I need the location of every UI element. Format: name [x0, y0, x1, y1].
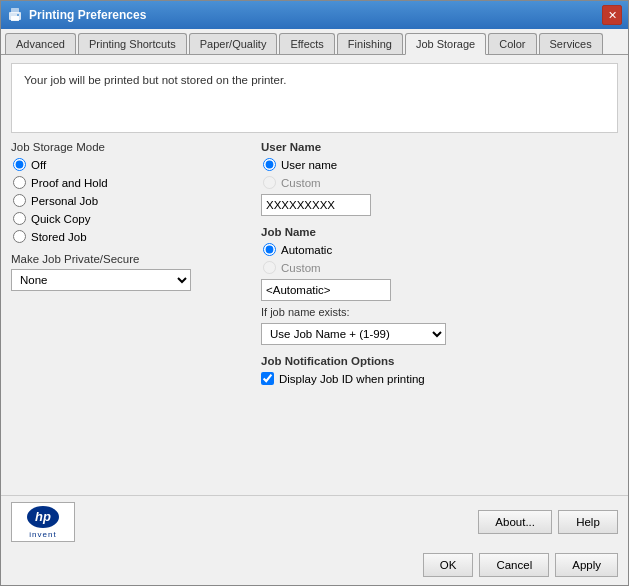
tab-color[interactable]: Color: [488, 33, 536, 54]
user-name-title: User Name: [261, 141, 618, 153]
user-name-section: User Name User name Custom: [261, 141, 618, 216]
radio-automatic-label: Automatic: [281, 244, 332, 256]
job-storage-mode-options: Off Proof and Hold Personal Job Qui: [13, 158, 251, 243]
about-button[interactable]: About...: [478, 510, 552, 534]
info-box: Your job will be printed but not stored …: [11, 63, 618, 133]
footer-bar: OK Cancel Apply: [1, 548, 628, 585]
if-exists-label: If job name exists:: [261, 306, 618, 318]
tab-bar: Advanced Printing Shortcuts Paper/Qualit…: [1, 29, 628, 55]
tab-paper-quality[interactable]: Paper/Quality: [189, 33, 278, 54]
cancel-button[interactable]: Cancel: [479, 553, 549, 577]
radio-custom-user[interactable]: Custom: [263, 176, 618, 189]
main-window: Printing Preferences ✕ Advanced Printing…: [0, 0, 629, 586]
radio-personal-job[interactable]: Personal Job: [13, 194, 251, 207]
make-private-select[interactable]: None: [11, 269, 191, 291]
left-column: Job Storage Mode Off Proof and Hold P: [11, 141, 251, 487]
radio-custom-user-label: Custom: [281, 177, 321, 189]
info-message: Your job will be printed but not stored …: [24, 74, 286, 86]
make-private-section: Make Job Private/Secure None: [11, 253, 251, 291]
main-content: Your job will be printed but not stored …: [1, 55, 628, 495]
close-button[interactable]: ✕: [602, 5, 622, 25]
hp-logo-text: hp: [35, 509, 51, 524]
tab-advanced[interactable]: Advanced: [5, 33, 76, 54]
window-title: Printing Preferences: [29, 8, 146, 22]
right-column: User Name User name Custom: [261, 141, 618, 487]
hp-logo-circle: hp: [27, 506, 59, 528]
ok-button[interactable]: OK: [423, 553, 474, 577]
display-job-id-checkbox[interactable]: [261, 372, 274, 385]
notification-title: Job Notification Options: [261, 355, 618, 367]
bottom-bar: hp invent About... Help: [1, 495, 628, 548]
notification-section: Job Notification Options Display Job ID …: [261, 355, 618, 385]
user-name-input[interactable]: [261, 194, 371, 216]
display-job-id-item[interactable]: Display Job ID when printing: [261, 372, 618, 385]
help-button[interactable]: Help: [558, 510, 618, 534]
job-name-options: Automatic Custom: [263, 243, 618, 274]
radio-quick-copy-label: Quick Copy: [31, 213, 90, 225]
radio-proof-hold[interactable]: Proof and Hold: [13, 176, 251, 189]
radio-user-name[interactable]: User name: [263, 158, 618, 171]
radio-automatic[interactable]: Automatic: [263, 243, 618, 256]
tab-finishing[interactable]: Finishing: [337, 33, 403, 54]
svg-rect-1: [11, 8, 19, 13]
job-storage-mode-label: Job Storage Mode: [11, 141, 251, 153]
job-exists-select[interactable]: Use Job Name + (1-99): [261, 323, 446, 345]
hp-invent-text: invent: [29, 530, 56, 539]
tab-effects[interactable]: Effects: [279, 33, 334, 54]
display-job-id-label: Display Job ID when printing: [279, 373, 425, 385]
radio-proof-hold-label: Proof and Hold: [31, 177, 108, 189]
radio-custom-job-label: Custom: [281, 262, 321, 274]
tab-job-storage[interactable]: Job Storage: [405, 33, 486, 55]
hp-logo: hp invent: [11, 502, 75, 542]
user-name-options: User name Custom: [263, 158, 618, 189]
radio-quick-copy[interactable]: Quick Copy: [13, 212, 251, 225]
title-bar: Printing Preferences ✕: [1, 1, 628, 29]
svg-point-3: [17, 14, 19, 16]
tab-printing-shortcuts[interactable]: Printing Shortcuts: [78, 33, 187, 54]
job-storage-mode-section: Job Storage Mode Off Proof and Hold P: [11, 141, 251, 243]
tab-services[interactable]: Services: [539, 33, 603, 54]
radio-personal-job-label: Personal Job: [31, 195, 98, 207]
svg-rect-2: [11, 16, 19, 21]
job-name-title: Job Name: [261, 226, 618, 238]
job-name-input[interactable]: [261, 279, 391, 301]
bottom-right-buttons: About... Help: [478, 510, 618, 534]
job-name-section: Job Name Automatic Custom If job name ex…: [261, 226, 618, 345]
printer-icon: [7, 7, 23, 23]
radio-stored-job[interactable]: Stored Job: [13, 230, 251, 243]
apply-button[interactable]: Apply: [555, 553, 618, 577]
radio-custom-job[interactable]: Custom: [263, 261, 618, 274]
radio-user-name-label: User name: [281, 159, 337, 171]
radio-off-label: Off: [31, 159, 46, 171]
radio-stored-job-label: Stored Job: [31, 231, 87, 243]
radio-off[interactable]: Off: [13, 158, 251, 171]
make-private-label: Make Job Private/Secure: [11, 253, 251, 265]
columns: Job Storage Mode Off Proof and Hold P: [11, 141, 618, 487]
